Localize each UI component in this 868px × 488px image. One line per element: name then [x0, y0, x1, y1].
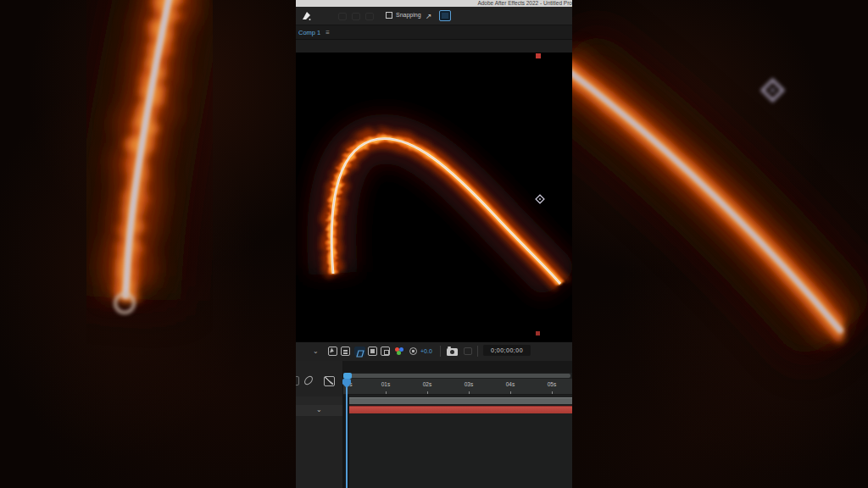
tools-toolbar: Snapping ↗ [296, 7, 572, 25]
comp-tab-label: Comp 1 [298, 29, 320, 37]
window-title: Adobe After Effects 2022 - Untitled Proj… [477, 0, 572, 7]
magnification-chevron-icon[interactable]: ⌄ [313, 347, 319, 357]
exposure-value[interactable]: +0.0 [420, 347, 432, 356]
exposure-icon[interactable] [409, 347, 417, 355]
tab-comp-1[interactable]: Comp 1 ≡ [298, 29, 330, 37]
time-ruler[interactable] [343, 379, 572, 395]
layer-info-row [296, 396, 342, 405]
left-fire-streak [0, 0, 296, 488]
playhead-line[interactable] [346, 379, 348, 488]
resolution-icon[interactable] [341, 347, 350, 356]
ruler-label-02s: 02s [423, 381, 431, 388]
row-chevron-icon[interactable]: ⌄ [316, 406, 322, 414]
view-options-icon[interactable] [328, 347, 337, 356]
ruler-tick [510, 391, 511, 394]
after-effects-window: Adobe After Effects 2022 - Untitled Proj… [296, 0, 572, 488]
separator [477, 346, 478, 357]
work-area-bar[interactable] [349, 397, 572, 404]
show-snapshot-icon[interactable] [464, 347, 472, 355]
ruler-tick [469, 391, 470, 394]
panel-tab-row: Comp 1 ≡ [296, 26, 572, 40]
right-blur-panel [572, 0, 868, 488]
ruler-tick [386, 391, 387, 394]
snapping-control[interactable]: Snapping [386, 11, 421, 19]
composition-viewer[interactable] [296, 53, 572, 341]
viewer-bottom-toolbar: ⌄ +0.0 0;00;00;00 [296, 341, 572, 361]
clipped-toggle-icon[interactable] [296, 376, 299, 385]
timeline-left-column [296, 361, 342, 488]
region-of-interest-icon[interactable] [368, 347, 377, 356]
viewer-top-gap [296, 40, 572, 53]
anchor-point-icon[interactable] [536, 195, 544, 203]
timeline-navigator-bar[interactable] [343, 374, 570, 378]
graph-editor-icon[interactable] [324, 376, 335, 386]
eraser-tool-icon[interactable] [365, 13, 374, 20]
transparency-grid-icon[interactable] [381, 347, 390, 356]
pen-tool-icon[interactable] [301, 10, 312, 21]
share-arrow-icon[interactable]: ↗ [426, 12, 432, 20]
right-fire-streak [572, 0, 868, 488]
separator [440, 346, 441, 357]
layer-handle-top[interactable] [536, 53, 541, 58]
layer-duration-bar[interactable] [349, 406, 572, 413]
ruler-label-01s: 01s [381, 381, 390, 388]
snapshot-camera-icon[interactable] [447, 348, 458, 356]
clone-stamp-tool-icon[interactable] [352, 13, 360, 20]
window-titlebar: Adobe After Effects 2022 - Untitled Proj… [296, 0, 572, 7]
ruler-label-03s: 03s [465, 381, 473, 388]
snapping-label: Snapping [396, 11, 421, 19]
ruler-label-04s: 04s [506, 381, 515, 388]
timecode-display[interactable]: 0;00;00;00 [483, 345, 531, 356]
snapping-checkbox[interactable] [386, 12, 392, 19]
mask-visibility-icon[interactable] [354, 347, 365, 356]
workspace-bounds-icon[interactable] [439, 10, 451, 21]
ruler-label-05s: 05s [548, 381, 556, 388]
navigator-handle[interactable] [343, 373, 352, 379]
video-frame: { "window": { "title": "Adobe After Effe… [0, 0, 868, 488]
ruler-tick [427, 391, 428, 394]
ruler-tick [552, 391, 553, 394]
panel-menu-icon[interactable]: ≡ [326, 29, 330, 37]
brush-tool-icon[interactable] [338, 13, 347, 20]
layer-row-header[interactable]: ⌄ [296, 405, 342, 416]
channels-icon[interactable] [395, 347, 405, 356]
timeline-panel: 0s 01s 02s 03s 04s 05s ⌄ [296, 361, 572, 488]
anchor-point-icon [762, 80, 782, 100]
layer-handle-bottom[interactable] [536, 331, 540, 336]
left-blur-panel [0, 0, 296, 488]
fire-arc-layer [296, 53, 572, 341]
